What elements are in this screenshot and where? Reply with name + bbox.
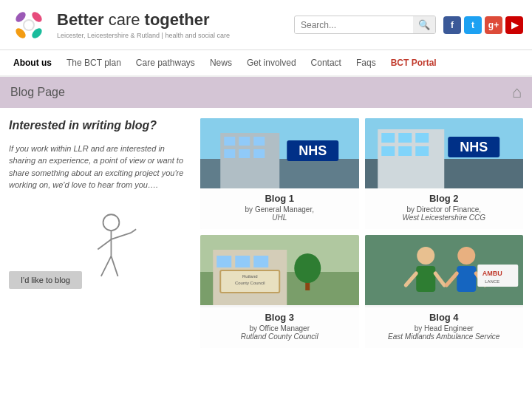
svg-rect-39 (235, 256, 250, 267)
googleplus-icon[interactable]: g+ (485, 16, 502, 34)
svg-rect-18 (253, 137, 265, 146)
blog-button[interactable]: I'd like to blog (9, 271, 82, 289)
logo-text: Better care together Leicester, Leiceste… (57, 10, 230, 38)
nav-get-involved[interactable]: Get involved (239, 50, 304, 76)
svg-text:NHS: NHS (460, 140, 488, 154)
svg-point-5 (24, 21, 33, 30)
blog-1-org: UHL (206, 214, 353, 222)
blog-2-info: Blog 2 by Director of Finance, West Leic… (365, 188, 524, 229)
twitter-icon[interactable]: t (464, 16, 482, 34)
svg-line-10 (131, 229, 135, 233)
svg-line-12 (111, 256, 117, 276)
svg-rect-28 (398, 133, 412, 143)
svg-rect-19 (224, 149, 235, 158)
svg-point-6 (103, 214, 119, 231)
svg-rect-27 (381, 133, 395, 143)
svg-rect-48 (416, 266, 435, 292)
home-icon[interactable]: ⌂ (512, 83, 522, 102)
nav-about-us[interactable]: About us (9, 50, 59, 76)
blog-4-org: East Midlands Ambulance Service (371, 332, 518, 341)
svg-rect-29 (415, 133, 429, 143)
svg-text:NHS: NHS (299, 143, 327, 158)
svg-text:Rutland: Rutland (242, 274, 258, 279)
blog-4-info: Blog 4 by Head Engineer East Midlands Am… (365, 307, 524, 348)
logo-better: Better (57, 10, 109, 29)
blog-4-image: AMBU LANCE (365, 235, 524, 307)
blog-1-info: Blog 1 by General Manager, UHL (200, 188, 359, 229)
svg-rect-52 (457, 266, 476, 292)
svg-point-51 (457, 247, 475, 265)
nav-bct-plan[interactable]: The BCT plan (59, 50, 129, 76)
page-title-bar: Blog Page ⌂ (0, 77, 532, 108)
blog-2-org: West Leicestershire CCG (371, 214, 518, 222)
blog-2-title: Blog 2 (371, 193, 518, 204)
blog-1-image: NHS (200, 118, 359, 188)
svg-text:LANCE: LANCE (485, 279, 499, 284)
svg-rect-21 (253, 149, 265, 158)
blog-card-3[interactable]: Rutland County Council Blog 3 by Office … (200, 235, 359, 348)
search-input[interactable] (295, 17, 413, 33)
blog-grid: NHS Blog 1 by General Manager, UHL (200, 118, 523, 348)
social-icons: f t g+ ▶ (443, 16, 523, 34)
blog-2-image: NHS (365, 118, 524, 188)
content-area: Interested in writing blog? If you work … (0, 108, 532, 358)
blog-3-title: Blog 3 (206, 312, 353, 323)
svg-line-8 (98, 239, 111, 250)
left-column: Interested in writing blog? If you work … (9, 118, 190, 348)
nav-faqs[interactable]: Faqs (349, 50, 383, 76)
svg-line-11 (100, 256, 111, 276)
logo-icon (9, 6, 50, 44)
header: Better care together Leicester, Leiceste… (0, 0, 532, 50)
main-nav: About us The BCT plan Care pathways News… (0, 50, 532, 77)
svg-point-45 (294, 253, 321, 283)
blog-3-image: Rutland County Council (200, 235, 359, 307)
writing-heading: Interested in writing blog? (9, 118, 190, 134)
svg-rect-30 (381, 146, 395, 156)
blog-1-by: by General Manager, (206, 205, 353, 214)
svg-rect-32 (415, 146, 429, 156)
youtube-icon[interactable]: ▶ (505, 16, 523, 34)
svg-rect-16 (224, 137, 235, 146)
blog-3-org: Rutland County Council (206, 332, 353, 341)
svg-text:AMBU: AMBU (482, 270, 502, 277)
svg-rect-31 (398, 146, 412, 156)
blog-2-by: by Director of Finance, (371, 205, 518, 214)
svg-text:County Council: County Council (235, 281, 265, 285)
blog-card-2[interactable]: NHS Blog 2 by Director of Finance, West … (365, 118, 524, 229)
blog-card-4[interactable]: AMBU LANCE Blog 4 by Head Engineer East … (365, 235, 524, 348)
page-title: Blog Page (10, 86, 65, 99)
logo-together: together (145, 10, 210, 29)
writing-body: If you work within LLR and are intereste… (9, 143, 190, 191)
nav-news[interactable]: News (202, 50, 239, 76)
nav-care-pathways[interactable]: Care pathways (129, 50, 202, 76)
svg-rect-38 (216, 256, 231, 267)
nav-bct-portal[interactable]: BCT Portal (383, 50, 444, 76)
logo-subtitle: Leicester, Leicestershire & Rutland | he… (57, 32, 230, 39)
blog-4-by: by Head Engineer (371, 324, 518, 332)
svg-line-9 (111, 233, 131, 239)
stick-figure (85, 209, 144, 283)
blog-3-by: by Office Manager (206, 324, 353, 332)
svg-point-47 (417, 247, 434, 265)
svg-rect-20 (239, 149, 250, 158)
blog-card-1[interactable]: NHS Blog 1 by General Manager, UHL (200, 118, 359, 229)
nav-contact[interactable]: Contact (304, 50, 349, 76)
search-box[interactable]: 🔍 (294, 16, 436, 34)
header-right: 🔍 f t g+ ▶ (294, 16, 523, 34)
blog-4-title: Blog 4 (371, 312, 518, 323)
search-button[interactable]: 🔍 (413, 16, 435, 33)
blog-3-info: Blog 3 by Office Manager Rutland County … (200, 307, 359, 348)
blog-1-title: Blog 1 (206, 193, 353, 204)
svg-rect-40 (253, 256, 268, 267)
svg-rect-17 (239, 137, 250, 146)
facebook-icon[interactable]: f (443, 16, 461, 34)
logo-title: Better care together (57, 10, 230, 30)
logo-care: care (109, 10, 145, 29)
